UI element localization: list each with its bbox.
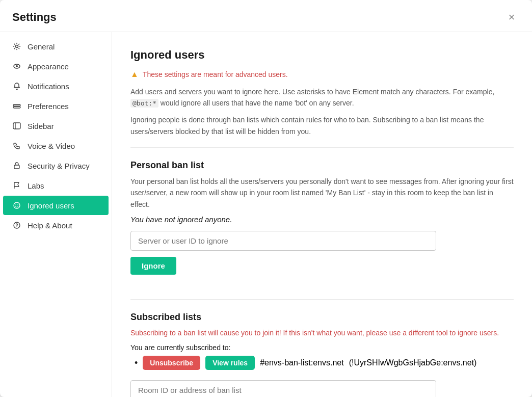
sidebar-item-preferences[interactable]: Preferences <box>3 96 109 116</box>
svg-point-10 <box>17 204 18 205</box>
sidebar-item-appearance-label: Appearance <box>28 62 69 71</box>
divider-1 <box>130 147 514 148</box>
ban-list-row: • Unsubscribe View rules #envs-ban-list:… <box>130 356 514 370</box>
sidebar-item-preferences-label: Preferences <box>28 102 69 111</box>
personal-ban-title: Personal ban list <box>130 160 514 171</box>
gear-icon <box>12 42 21 51</box>
sidebar: General Appearance Not <box>0 32 112 397</box>
modal-header: Settings × <box>0 0 532 32</box>
page-title: Ignored users <box>130 48 514 62</box>
bullet-point: • <box>135 358 138 368</box>
svg-point-8 <box>14 202 20 208</box>
flag-icon <box>12 181 21 190</box>
sidebar-item-appearance[interactable]: Appearance <box>3 57 109 76</box>
ban-list-name: #envs-ban-list:envs.net <box>260 358 344 367</box>
sidebar-icon <box>12 121 21 130</box>
sidebar-item-notifications-label: Notifications <box>28 82 69 91</box>
sidebar-item-general-label: General <box>28 42 55 51</box>
main-content: Ignored users ▲ These settings are meant… <box>112 32 532 397</box>
personal-ban-desc: Your personal ban list holds all the use… <box>130 176 514 210</box>
close-button[interactable]: × <box>503 9 520 25</box>
warning-box: ▲ These settings are meant for advanced … <box>130 70 514 79</box>
unsubscribe-button[interactable]: Unsubscribe <box>143 356 200 370</box>
sidebar-item-ignored-users[interactable]: Ignored users <box>3 196 109 215</box>
ban-list-id: (!UyrSHIwWgbGsHjabGe:envs.net) <box>349 358 477 367</box>
sidebar-item-general[interactable]: General <box>3 37 109 56</box>
sidebar-item-labs-label: Labs <box>28 181 44 190</box>
lock-icon <box>12 161 21 170</box>
sidebar-item-help-about-label: Help & About <box>28 221 72 230</box>
settings-modal: Settings × General <box>0 0 532 397</box>
sidebar-item-sidebar-label: Sidebar <box>28 122 54 130</box>
toggle-icon <box>12 101 21 111</box>
warning-text: These settings are meant for advanced us… <box>143 70 288 78</box>
code-example: @bot:* <box>130 99 158 108</box>
svg-point-9 <box>15 204 16 205</box>
sidebar-item-notifications[interactable]: Notifications <box>3 76 109 96</box>
sidebar-item-voice-video-label: Voice & Video <box>28 142 75 150</box>
sidebar-item-labs[interactable]: Labs <box>3 176 109 195</box>
room-id-input[interactable] <box>130 380 436 397</box>
no-ignored-note: You have not ignored anyone. <box>130 215 514 224</box>
svg-point-12 <box>16 226 17 227</box>
svg-rect-5 <box>13 123 20 129</box>
question-icon <box>12 221 21 230</box>
sidebar-item-security[interactable]: Security & Privacy <box>3 156 109 175</box>
warning-icon: ▲ <box>130 70 139 79</box>
description-1: Add users and servers you want to ignore… <box>130 86 514 109</box>
svg-point-2 <box>16 65 18 67</box>
bell-icon <box>12 82 21 91</box>
svg-rect-3 <box>13 104 20 106</box>
svg-rect-7 <box>14 165 19 169</box>
subscribed-lists-title: Subscribed lists <box>130 312 514 323</box>
sidebar-item-voice-video[interactable]: Voice & Video <box>3 136 109 155</box>
subscribed-warning: Subscribing to a ban list will cause you… <box>130 328 514 338</box>
sidebar-item-security-label: Security & Privacy <box>28 162 90 170</box>
description-2: Ignoring people is done through ban list… <box>130 114 514 137</box>
ignore-input[interactable] <box>130 231 436 251</box>
sidebar-item-help-about[interactable]: Help & About <box>3 216 109 235</box>
svg-rect-4 <box>13 107 20 108</box>
svg-point-0 <box>16 45 18 48</box>
subscribed-to-label: You are currently subscribed to: <box>130 343 514 352</box>
eye-icon <box>12 62 21 71</box>
modal-body: General Appearance Not <box>0 32 532 397</box>
view-rules-button[interactable]: View rules <box>205 356 255 370</box>
emoji-icon <box>12 201 21 210</box>
sidebar-item-sidebar[interactable]: Sidebar <box>3 116 109 136</box>
divider-2 <box>130 299 514 300</box>
ignore-button[interactable]: Ignore <box>130 257 176 275</box>
sidebar-item-ignored-users-label: Ignored users <box>28 201 74 210</box>
modal-title: Settings <box>12 11 57 24</box>
phone-icon <box>12 141 21 150</box>
